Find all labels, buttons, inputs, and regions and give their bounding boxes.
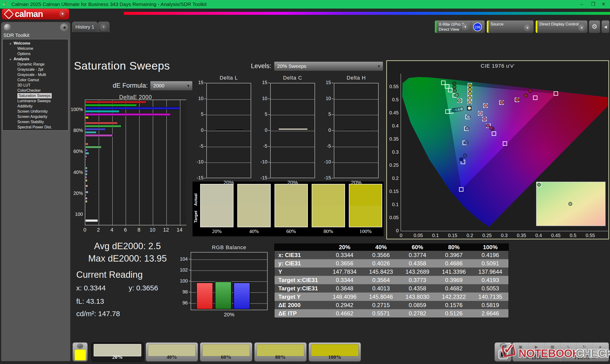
y-tick-label: -15 xyxy=(319,175,331,181)
tree-section-label: Analysis xyxy=(13,56,29,62)
pattern-display-toggle-button[interactable]: ▲ xyxy=(494,342,512,362)
sidebar-item-additivity[interactable]: Additivity xyxy=(3,104,68,109)
sidebar-item-3d-lut[interactable]: 3D LUT xyxy=(3,83,68,88)
sidebar-collapse-button[interactable]: ◀ xyxy=(60,23,68,31)
tick-mark xyxy=(268,114,270,115)
de-bar-100%-4 xyxy=(85,113,171,116)
tab-history-1[interactable]: History 1 xyxy=(72,22,97,32)
gridline xyxy=(334,162,378,163)
add-tab-button[interactable]: + xyxy=(98,22,109,32)
cie-measured-green xyxy=(453,82,456,85)
pattern-button-80%[interactable]: 80% xyxy=(254,342,307,362)
sidebar-item-welcome[interactable]: Welcome xyxy=(3,46,68,51)
pattern-label-80%: 80% xyxy=(255,354,306,360)
pattern-button-40%[interactable]: 40% xyxy=(146,342,198,362)
sidebar-item-screen-uniformity[interactable]: Screen Uniformity xyxy=(3,109,68,114)
gridline xyxy=(207,99,251,100)
table-cell: 0.5053 xyxy=(472,285,508,292)
sidebar-item-saturation-sweeps[interactable]: Saturation Sweeps xyxy=(3,93,68,98)
close-button[interactable]: ✕ xyxy=(598,0,609,9)
table-row--e-2000: ΔE 20000.29420.27150.08590.15760.5819 xyxy=(274,301,508,309)
table-cell: 143.8030 xyxy=(399,294,436,300)
tick-mark xyxy=(332,130,334,131)
pattern-window-button[interactable]: ▲ xyxy=(72,342,88,362)
rgb-balance-plot-area xyxy=(191,252,268,310)
de-bar-60%-1 xyxy=(85,146,102,148)
cie-measured-yellow xyxy=(468,96,472,100)
sidebar-item-colorchecker[interactable]: ColorChecker xyxy=(3,88,68,93)
cie-chart-title: CIE 1976 u'v' xyxy=(387,63,608,69)
panel-collapse-button[interactable]: ◀ xyxy=(601,20,610,33)
next-button[interactable]: Next» xyxy=(561,352,609,362)
sidebar-item-options[interactable]: Options xyxy=(3,51,68,56)
meter-reading-badge: 236 xyxy=(473,23,482,31)
pattern-button-20%[interactable]: 20% xyxy=(91,342,144,362)
tree-section-analysis[interactable]: ◢Analysis xyxy=(3,56,68,62)
tree-expand-icon[interactable]: ◢ xyxy=(9,56,11,62)
tree-item-label: Screen Angularity xyxy=(17,114,47,119)
table-cell: 0.4013 xyxy=(363,285,399,292)
y-tick-label: 15 xyxy=(255,80,267,85)
display-control-chevron-down-icon[interactable]: ▼ xyxy=(578,24,585,31)
source-chevron-down-icon[interactable]: ▼ xyxy=(524,24,531,31)
swatch-column-100%: 100% xyxy=(349,184,382,234)
gridline xyxy=(191,260,267,260)
gridline xyxy=(334,99,378,100)
nav-icon-button-0[interactable]: ▣ xyxy=(513,343,529,351)
calman-wordmark: calman xyxy=(15,9,43,19)
active-pattern-swatch[interactable] xyxy=(75,350,86,360)
nav-icon-button-2[interactable]: ▦ xyxy=(545,343,560,351)
cie-measured-cyan xyxy=(460,107,464,111)
minimize-button[interactable]: – xyxy=(576,0,587,9)
sphere-icon[interactable] xyxy=(4,24,11,31)
sidebar-item-dynamic-range[interactable]: Dynamic Range xyxy=(3,62,68,67)
swatch-40% xyxy=(237,184,271,227)
calman-app-window: ♦ ♦ ♦ ♦ Calman 2025 Calman Ultimate for … xyxy=(0,0,610,364)
gridline xyxy=(334,147,378,147)
table-cell: 0.3656 xyxy=(326,260,363,267)
cie-x-tick-label: 0.5 xyxy=(566,233,580,238)
sidebar-item-grayscale-multi[interactable]: Grayscale - Multi xyxy=(3,72,68,78)
gridline xyxy=(112,100,113,226)
tree-expand-icon[interactable]: ◢ xyxy=(9,41,11,46)
cie-x-tick-label: 0.1 xyxy=(428,233,442,238)
sidebar-item-screen-stability[interactable]: Screen Stability xyxy=(3,119,68,125)
table-cell: 0.4686 xyxy=(436,260,472,267)
sidebar-item-screen-angularity[interactable]: Screen Angularity xyxy=(3,114,68,119)
cie-measured-red xyxy=(516,98,519,102)
y-tick-label: -10 xyxy=(319,159,331,165)
swatch-60% xyxy=(274,184,308,227)
sidebar-item-spectral-power-dist-[interactable]: Spectral Power Dist. xyxy=(3,125,68,130)
pattern-button-60%[interactable]: 60% xyxy=(200,342,252,362)
delta_l-title: Delta L xyxy=(202,75,256,81)
swatch-100% xyxy=(349,184,382,227)
nav-icon-button-1[interactable]: ▶ xyxy=(529,343,545,351)
calman-menu-button[interactable]: calman ▼ xyxy=(2,9,69,20)
toggle-up-arrow-icon[interactable]: ▲ xyxy=(500,343,506,348)
sidebar-item-grayscale-2pt[interactable]: Grayscale - 2pt xyxy=(3,67,68,72)
cie-y-tick-label: 0.2 xyxy=(386,176,399,181)
levels-dropdown[interactable]: 20% Sweeps ▼ xyxy=(274,62,383,71)
pattern-up-arrow-icon[interactable]: ▲ xyxy=(77,343,83,349)
logo-dropdown-icon[interactable]: ▼ xyxy=(59,11,66,18)
nav-icon-button-5[interactable]: ● xyxy=(592,343,608,351)
back-label: Back xyxy=(532,352,548,361)
swatch-target-60% xyxy=(275,206,307,227)
sidebar-item-color-gamut[interactable]: Color Gamut xyxy=(3,78,68,83)
cie-measured-green xyxy=(453,85,456,89)
back-button[interactable]: «Back xyxy=(513,352,561,362)
tick-mark xyxy=(332,83,334,83)
meter-chevron-down-icon[interactable]: ▼ xyxy=(462,23,469,30)
de-formula-dropdown[interactable]: 2000 ▼ xyxy=(150,81,193,91)
maximize-button[interactable]: ❐ xyxy=(588,0,598,9)
settings-button[interactable]: ⚙ xyxy=(589,20,600,33)
sidebar-item-luminance-sweeps[interactable]: Luminance Sweeps xyxy=(3,98,68,104)
meter-dropdown[interactable]: X-Rite i1Pro 2 Direct View ▼ 236 xyxy=(435,20,485,33)
tree-section-welcome[interactable]: ◢Welcome xyxy=(3,41,68,46)
tick-mark xyxy=(268,83,270,83)
source-dropdown[interactable]: Source ▼ xyxy=(487,20,534,33)
nav-icon-button-3[interactable]: ∿ xyxy=(560,343,576,351)
pattern-button-100%[interactable]: 100% xyxy=(309,342,361,362)
display-control-dropdown[interactable]: Direct Display Control ▼ xyxy=(535,20,588,33)
nav-icon-button-4[interactable]: ↻ xyxy=(576,343,592,351)
